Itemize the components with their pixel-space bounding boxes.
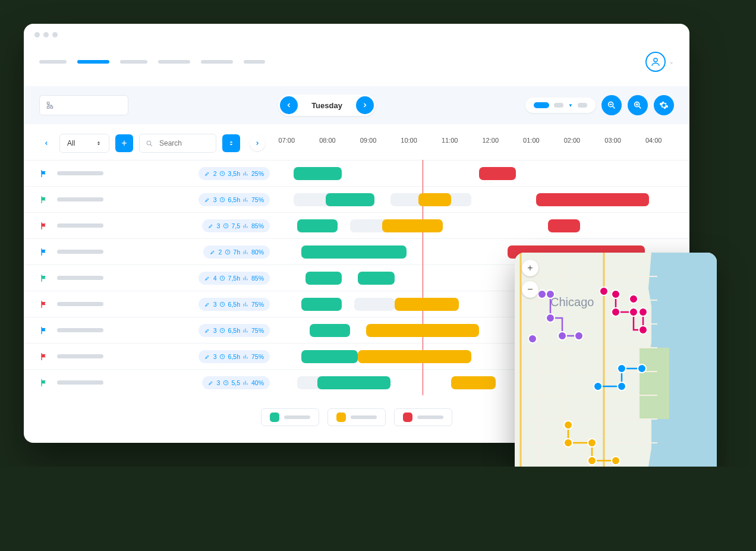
- map-zoom-out[interactable]: −: [522, 281, 538, 298]
- map-pin[interactable]: [575, 332, 583, 340]
- tools-icon: [204, 353, 211, 360]
- zoom-out-button[interactable]: [601, 95, 622, 115]
- map-pin[interactable]: [629, 295, 638, 303]
- task-bar[interactable]: [317, 376, 390, 389]
- task-bar[interactable]: [301, 245, 407, 259]
- filter-select[interactable]: All: [59, 134, 109, 153]
- task-bar[interactable]: [395, 298, 459, 311]
- clock-icon: [219, 353, 226, 360]
- stats-pill[interactable]: 3 5,5 40%: [202, 376, 270, 389]
- search-input-wrapper[interactable]: [139, 134, 216, 153]
- task-bar[interactable]: [305, 272, 342, 285]
- timeline[interactable]: [285, 187, 689, 212]
- map-pin[interactable]: [638, 364, 646, 373]
- map-pin[interactable]: [600, 287, 608, 295]
- map-city-label: Chicago: [550, 295, 594, 308]
- map-pin[interactable]: [564, 421, 572, 429]
- avatar-icon: [645, 52, 666, 72]
- nav-tab-6[interactable]: [244, 60, 265, 64]
- zoom-in-button[interactable]: [628, 95, 648, 115]
- map-pin[interactable]: [528, 335, 537, 343]
- task-bar[interactable]: [479, 167, 515, 180]
- task-bar[interactable]: [358, 350, 471, 363]
- timeline[interactable]: [285, 213, 689, 238]
- scroll-timeline-button[interactable]: [250, 136, 265, 151]
- map[interactable]: Chicago: [515, 253, 717, 467]
- nav-tab-2-active[interactable]: [77, 60, 109, 64]
- stats-pill[interactable]: 3 6,5h 75%: [199, 298, 270, 311]
- sort-button[interactable]: [222, 134, 240, 152]
- resource-name: [57, 171, 103, 175]
- timeline[interactable]: [285, 160, 689, 186]
- schedule-row: 3 7,5 85%: [24, 212, 689, 238]
- stats-pill[interactable]: 2 7h 80%: [203, 245, 270, 259]
- clock-icon: [222, 222, 229, 229]
- map-pin[interactable]: [558, 332, 566, 340]
- clock-icon: [219, 170, 226, 177]
- task-bar[interactable]: [294, 167, 342, 180]
- task-bar[interactable]: [451, 376, 496, 389]
- map-pin[interactable]: [538, 290, 546, 298]
- search-input[interactable]: [158, 138, 206, 148]
- task-bar[interactable]: [548, 219, 580, 232]
- flag-icon: [39, 326, 49, 335]
- task-bar[interactable]: [382, 219, 443, 232]
- task-bar[interactable]: [366, 324, 479, 337]
- tools-icon: [204, 196, 211, 203]
- map-pin[interactable]: [594, 382, 602, 391]
- map-pin[interactable]: [618, 382, 626, 391]
- map-pin[interactable]: [612, 456, 620, 465]
- svg-point-6: [147, 141, 151, 145]
- map-pin[interactable]: [612, 290, 620, 298]
- task-bar[interactable]: [326, 193, 374, 206]
- prev-day-button[interactable]: [280, 96, 298, 114]
- user-menu[interactable]: ⌄: [645, 52, 674, 72]
- nav-tab-4[interactable]: [158, 60, 190, 64]
- tools-icon: [208, 379, 215, 386]
- map-pin[interactable]: [564, 439, 572, 447]
- stats-pill[interactable]: 3 7,5 85%: [202, 219, 270, 232]
- nav-tab-3[interactable]: [120, 60, 147, 64]
- map-pin[interactable]: [639, 326, 647, 334]
- org-selector[interactable]: [39, 95, 128, 115]
- resource-name: [57, 250, 103, 254]
- sort-icon: [96, 140, 102, 146]
- map-pin[interactable]: [546, 314, 555, 322]
- view-toggle[interactable]: ▼: [525, 97, 596, 113]
- stats-pill[interactable]: 2 3,5h 25%: [199, 167, 270, 180]
- task-bar[interactable]: [354, 298, 395, 311]
- date-label: Tuesday: [300, 101, 354, 110]
- chart-icon: [242, 327, 249, 333]
- collapse-left-button[interactable]: [39, 136, 53, 150]
- map-pin[interactable]: [546, 290, 555, 298]
- task-bar[interactable]: [358, 272, 394, 285]
- settings-button[interactable]: [654, 95, 674, 115]
- task-bar[interactable]: [301, 350, 358, 363]
- flag-icon: [39, 352, 49, 361]
- utilization: 80%: [251, 248, 264, 256]
- map-pin[interactable]: [629, 308, 638, 316]
- map-pin[interactable]: [618, 364, 626, 373]
- stats-pill[interactable]: 3 6,5h 75%: [199, 193, 270, 206]
- map-pin[interactable]: [588, 456, 596, 465]
- map-pin[interactable]: [612, 308, 620, 316]
- task-bar[interactable]: [310, 324, 350, 337]
- task-bar[interactable]: [297, 219, 338, 232]
- flag-icon: [39, 378, 49, 388]
- task-bar[interactable]: [536, 193, 649, 206]
- stats-pill[interactable]: 4 7,5h 85%: [199, 272, 270, 285]
- nav-tab-5[interactable]: [201, 60, 233, 64]
- svg-rect-1: [47, 102, 49, 105]
- map-zoom-in[interactable]: +: [522, 260, 538, 276]
- map-pin[interactable]: [639, 308, 647, 316]
- duration: 6,5h: [228, 353, 240, 360]
- nav-tab-1[interactable]: [39, 60, 67, 64]
- add-button[interactable]: +: [115, 134, 133, 152]
- schedule-row: 2 3,5h 25%: [24, 160, 689, 186]
- map-pin[interactable]: [588, 439, 596, 447]
- task-bar[interactable]: [301, 298, 342, 311]
- next-day-button[interactable]: [356, 96, 374, 114]
- stats-pill[interactable]: 3 6,5h 75%: [199, 350, 270, 363]
- stats-pill[interactable]: 3 6,5h 75%: [199, 324, 270, 337]
- task-bar[interactable]: [418, 193, 451, 206]
